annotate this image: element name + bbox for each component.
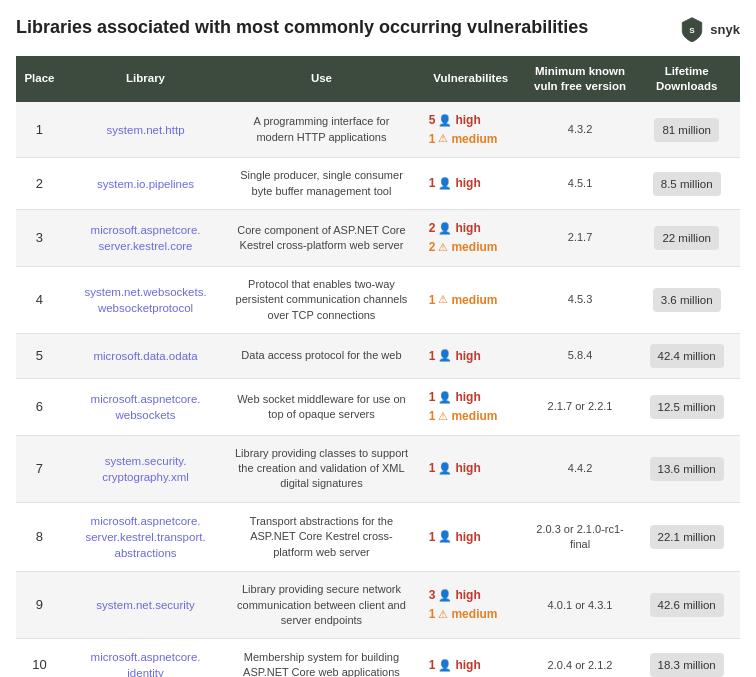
cell-vulnerabilities: 1👤high xyxy=(415,334,527,379)
col-header-vulnerabilities: Vulnerabilites xyxy=(415,56,527,102)
cell-downloads: 3.6 million xyxy=(633,266,740,333)
cell-vuln-free-version: 4.5.1 xyxy=(527,158,634,210)
cell-downloads: 81 million xyxy=(633,102,740,158)
cell-use: Single producer, single consumer byte bu… xyxy=(228,158,415,210)
high-vuln-label: high xyxy=(455,112,480,129)
downloads-badge: 3.6 million xyxy=(653,288,721,312)
cell-vuln-free-version: 4.5.3 xyxy=(527,266,634,333)
cell-use: Web socket middleware for use on top of … xyxy=(228,379,415,436)
cell-vulnerabilities: 3👤high1⚠medium xyxy=(415,572,527,639)
cell-vuln-free-version: 4.0.1 or 4.3.1 xyxy=(527,572,634,639)
table-row: 3microsoft.aspnetcore.server.kestrel.cor… xyxy=(16,210,740,267)
cell-downloads: 12.5 million xyxy=(633,379,740,436)
col-header-vuln-free: Minimum knownvuln free version xyxy=(527,56,634,102)
page-header: Libraries associated with most commonly … xyxy=(16,16,740,42)
cell-library[interactable]: microsoft.aspnetcore.identity xyxy=(63,639,228,677)
cell-vulnerabilities: 1👤high xyxy=(415,158,527,210)
cell-vulnerabilities: 1👤high xyxy=(415,435,527,502)
cell-downloads: 22.1 million xyxy=(633,502,740,571)
cell-vulnerabilities: 1⚠medium xyxy=(415,266,527,333)
cell-vulnerabilities: 5👤high1⚠medium xyxy=(415,102,527,158)
medium-vuln-label: medium xyxy=(451,408,497,425)
high-vuln-icon: 👤 xyxy=(438,390,452,405)
table-header-row: Place Library Use Vulnerabilites Minimum… xyxy=(16,56,740,102)
high-vuln-icon: 👤 xyxy=(438,461,452,476)
cell-library[interactable]: microsoft.aspnetcore.server.kestrel.tran… xyxy=(63,502,228,571)
cell-use: Library providing classes to support the… xyxy=(228,435,415,502)
high-vuln-icon: 👤 xyxy=(438,529,452,544)
cell-vulnerabilities: 2👤high2⚠medium xyxy=(415,210,527,267)
cell-use: Transport abstractions for the ASP.NET C… xyxy=(228,502,415,571)
cell-downloads: 42.6 million xyxy=(633,572,740,639)
medium-vuln-icon: ⚠ xyxy=(438,607,448,622)
medium-vuln-icon: ⚠ xyxy=(438,409,448,424)
cell-place: 9 xyxy=(16,572,63,639)
cell-place: 10 xyxy=(16,639,63,677)
cell-vuln-free-version: 4.4.2 xyxy=(527,435,634,502)
high-vuln-label: high xyxy=(455,389,480,406)
cell-library[interactable]: system.io.pipelines xyxy=(63,158,228,210)
cell-place: 8 xyxy=(16,502,63,571)
cell-downloads: 22 million xyxy=(633,210,740,267)
col-header-downloads: Lifetime Downloads xyxy=(633,56,740,102)
cell-use: Core component of ASP.NET Core Kestrel c… xyxy=(228,210,415,267)
col-header-use: Use xyxy=(228,56,415,102)
table-row: 10microsoft.aspnetcore.identityMembershi… xyxy=(16,639,740,677)
cell-library[interactable]: system.net.websockets.websocketprotocol xyxy=(63,266,228,333)
medium-vuln-icon: ⚠ xyxy=(438,292,448,307)
downloads-badge: 8.5 million xyxy=(653,172,721,196)
cell-library[interactable]: system.security.cryptography.xml xyxy=(63,435,228,502)
high-vuln-icon: 👤 xyxy=(438,658,452,673)
medium-vuln-icon: ⚠ xyxy=(438,240,448,255)
page-title: Libraries associated with most commonly … xyxy=(16,16,588,39)
downloads-badge: 42.4 million xyxy=(650,344,724,368)
cell-library[interactable]: system.net.http xyxy=(63,102,228,158)
cell-library[interactable]: microsoft.aspnetcore.server.kestrel.core xyxy=(63,210,228,267)
cell-use: Protocol that enables two-way persistent… xyxy=(228,266,415,333)
medium-vuln-label: medium xyxy=(451,292,497,309)
cell-use: Library providing secure network communi… xyxy=(228,572,415,639)
cell-library[interactable]: system.net.security xyxy=(63,572,228,639)
cell-downloads: 13.6 million xyxy=(633,435,740,502)
table-row: 2system.io.pipelinesSingle producer, sin… xyxy=(16,158,740,210)
logo-text: snyk xyxy=(710,22,740,37)
high-vuln-label: high xyxy=(455,220,480,237)
cell-downloads: 8.5 million xyxy=(633,158,740,210)
cell-use: Membership system for building ASP.NET C… xyxy=(228,639,415,677)
high-vuln-label: high xyxy=(455,587,480,604)
table-row: 7system.security.cryptography.xmlLibrary… xyxy=(16,435,740,502)
cell-vulnerabilities: 1👤high1⚠medium xyxy=(415,379,527,436)
svg-text:S: S xyxy=(690,26,696,35)
cell-vuln-free-version: 2.1.7 xyxy=(527,210,634,267)
snyk-logo-icon: S xyxy=(679,16,705,42)
vulnerabilities-table: Place Library Use Vulnerabilites Minimum… xyxy=(16,56,740,677)
cell-vulnerabilities: 1👤high xyxy=(415,502,527,571)
downloads-badge: 12.5 million xyxy=(650,395,724,419)
high-vuln-icon: 👤 xyxy=(438,588,452,603)
cell-vuln-free-version: 4.3.2 xyxy=(527,102,634,158)
cell-vuln-free-version: 2.1.7 or 2.2.1 xyxy=(527,379,634,436)
downloads-badge: 13.6 million xyxy=(650,457,724,481)
downloads-badge: 42.6 million xyxy=(650,593,724,617)
table-row: 4system.net.websockets.websocketprotocol… xyxy=(16,266,740,333)
medium-vuln-icon: ⚠ xyxy=(438,131,448,146)
table-row: 5microsoft.data.odataData access protoco… xyxy=(16,334,740,379)
high-vuln-label: high xyxy=(455,657,480,674)
table-row: 8microsoft.aspnetcore.server.kestrel.tra… xyxy=(16,502,740,571)
cell-vuln-free-version: 5.8.4 xyxy=(527,334,634,379)
downloads-badge: 22 million xyxy=(654,226,719,250)
medium-vuln-label: medium xyxy=(451,131,497,148)
cell-place: 6 xyxy=(16,379,63,436)
col-header-library: Library xyxy=(63,56,228,102)
cell-library[interactable]: microsoft.data.odata xyxy=(63,334,228,379)
cell-place: 4 xyxy=(16,266,63,333)
downloads-badge: 81 million xyxy=(654,118,719,142)
cell-downloads: 42.4 million xyxy=(633,334,740,379)
snyk-logo: S snyk xyxy=(679,16,740,42)
cell-place: 3 xyxy=(16,210,63,267)
high-vuln-label: high xyxy=(455,348,480,365)
cell-library[interactable]: microsoft.aspnetcore.websockets xyxy=(63,379,228,436)
high-vuln-label: high xyxy=(455,175,480,192)
cell-vuln-free-version: 2.0.3 or 2.1.0-rc1-final xyxy=(527,502,634,571)
table-row: 1system.net.httpA programming interface … xyxy=(16,102,740,158)
